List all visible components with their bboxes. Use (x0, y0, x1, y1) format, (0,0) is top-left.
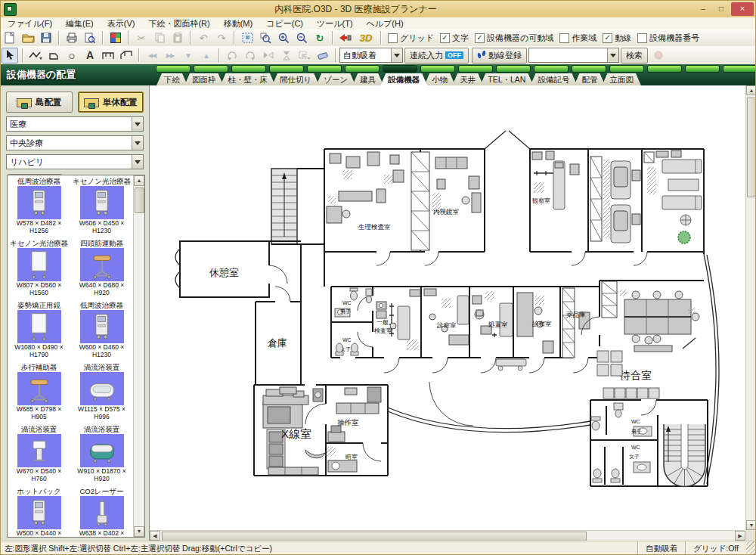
equipment-thumbnail[interactable] (17, 310, 61, 343)
dropdown-arrow-icon[interactable] (132, 136, 143, 150)
undo-icon[interactable]: ↶ (195, 30, 212, 46)
equipment-item[interactable]: ホットパックW500 × D440 × H1100 (8, 487, 70, 538)
shape-tool-icon[interactable] (45, 48, 62, 64)
print-icon[interactable] (64, 30, 80, 46)
tab-pillar-wall-floor[interactable]: 柱・壁・床 (221, 73, 276, 85)
tab-drawing-frame[interactable]: 図面枠 (184, 73, 224, 85)
dropdown-arrow-icon[interactable] (607, 48, 618, 62)
equipment-thumbnail[interactable] (80, 496, 124, 529)
continuous-input-button[interactable]: 連続入力OFF (404, 48, 469, 64)
equipment-item[interactable]: 低周波治療器W578 × D482 × H1256 (8, 177, 70, 239)
flip-horizontal-icon[interactable] (260, 48, 277, 64)
tab-underlay[interactable]: 下絵 (156, 73, 187, 85)
drawing-canvas[interactable]: 生理検査室 内視鏡室 観察室 (150, 85, 745, 530)
menu-move[interactable]: 移動(M) (217, 18, 260, 29)
partition-tool-icon[interactable] (100, 48, 116, 64)
eraser-tool-icon[interactable] (314, 48, 331, 64)
resize-grip[interactable] (746, 541, 756, 555)
checkbox-equipment-number[interactable]: ✓設備機器番号 (637, 33, 699, 44)
rotate-right-icon[interactable] (242, 48, 259, 64)
scrollbar-thumb[interactable] (747, 98, 756, 197)
send-back-icon[interactable]: ▼ (180, 48, 197, 64)
scroll-up-icon[interactable]: ▲ (134, 175, 144, 186)
equipment-item[interactable]: キセノン光治療器W807 × D560 × H1560 (8, 239, 70, 301)
print-preview-icon[interactable] (82, 30, 98, 46)
equipment-item[interactable]: 渦流浴装置W670 × D540 × H760 (8, 425, 70, 487)
zoom-out-icon[interactable] (293, 30, 310, 46)
equipment-thumbnail[interactable] (80, 372, 124, 405)
island-layout-button[interactable]: 島配置 (6, 91, 73, 113)
checkbox-flow-line[interactable]: ✓動線 (603, 33, 631, 44)
checkbox-text[interactable]: ✓文字 (440, 33, 469, 44)
redo-icon[interactable]: ↷ (213, 30, 230, 46)
dropdown-arrow-icon[interactable] (132, 155, 143, 169)
flow-line-register-button[interactable]: 動線登録 (472, 48, 527, 64)
equipment-item[interactable]: 低周波治療器W600 × D460 × H1230 (70, 301, 133, 363)
bring-front-icon[interactable]: ▲ (198, 48, 215, 64)
scroll-down-icon[interactable]: ▼ (134, 526, 144, 537)
minimize-button[interactable]: – (695, 3, 711, 15)
equipment-thumbnail[interactable] (17, 372, 61, 405)
flip-vertical-icon[interactable] (278, 48, 295, 64)
snap-jump-icon[interactable] (337, 30, 354, 46)
checkbox-equipment-range[interactable]: ✓設備機器の可動域 (475, 33, 553, 44)
text-tool-icon[interactable]: A (82, 48, 98, 64)
tab-ceiling[interactable]: 天井 (452, 73, 483, 85)
scrollbar-thumb[interactable] (135, 188, 144, 213)
refresh-icon[interactable]: ↻ (311, 30, 328, 46)
tab-accessories[interactable]: 小物 (424, 73, 455, 85)
equipment-thumbnail[interactable] (80, 248, 124, 281)
zoom-area-icon[interactable] (257, 30, 274, 46)
equipment-thumbnail[interactable] (80, 434, 124, 467)
open-file-icon[interactable] (20, 30, 36, 46)
new-file-icon[interactable] (2, 30, 18, 46)
menu-tools[interactable]: ツール(T) (310, 18, 360, 29)
equipment-thumbnail[interactable] (17, 434, 61, 467)
menu-edit[interactable]: 編集(E) (59, 18, 101, 29)
tab-equipment-symbols[interactable]: 設備記号 (530, 73, 577, 85)
single-layout-button[interactable]: 単体配置 (78, 91, 144, 113)
canvas-vertical-scrollbar[interactable]: ▲ ▼ (745, 85, 756, 530)
category-select-1[interactable]: 医療 (6, 116, 144, 132)
toolbar-search-button[interactable]: 検索 (621, 48, 648, 64)
move-first-icon[interactable]: ◀◀ (144, 48, 160, 64)
select-tool-icon[interactable] (2, 48, 18, 64)
equipment-item[interactable]: 歩行補助器W685 × D798 × H905 (8, 363, 70, 425)
scroll-up-icon[interactable]: ▲ (746, 85, 756, 95)
canvas-horizontal-scrollbar[interactable]: ◀ ▶ (150, 530, 745, 541)
maximize-button[interactable]: □ (713, 3, 730, 15)
fit-view-icon[interactable] (239, 30, 256, 46)
tab-partition[interactable]: 間仕切り (272, 73, 319, 85)
equipment-thumbnail[interactable] (80, 186, 124, 219)
equipment-thumbnail[interactable] (17, 496, 61, 529)
equipment-item[interactable]: CO2レーザーW638 × D402 × H2000 (70, 487, 133, 538)
rotate-left-icon[interactable] (224, 48, 240, 64)
equipment-item[interactable]: 四頭筋運動器W640 × D680 × H920 (70, 239, 133, 301)
snap-mode-select[interactable]: 自動吸着 (339, 48, 403, 63)
checkbox-grid[interactable]: ✓グリッド (388, 33, 434, 44)
menu-copy[interactable]: コピー(C) (259, 18, 310, 29)
group-tool-icon[interactable] (296, 48, 313, 64)
scroll-down-icon[interactable]: ▼ (746, 520, 756, 530)
dropdown-arrow-icon[interactable] (391, 48, 402, 62)
close-button[interactable]: × (731, 2, 754, 16)
equipment-thumbnail[interactable] (17, 186, 61, 219)
equipment-item[interactable]: 渦流浴装置W910 × D1870 × H920 (70, 425, 133, 487)
polyline-tool-icon[interactable] (27, 48, 44, 64)
menu-file[interactable]: ファイル(F) (1, 18, 59, 29)
paste-icon[interactable] (169, 30, 186, 46)
scroll-left-icon[interactable]: ◀ (150, 531, 160, 541)
category-select-2[interactable]: 中央診療 (6, 135, 144, 150)
counter-tool-icon[interactable] (118, 48, 135, 64)
equipment-thumbnail[interactable] (80, 310, 124, 343)
menu-underlay[interactable]: 下絵・図面枠(R) (141, 18, 216, 29)
cut-icon[interactable]: ✂ (133, 30, 150, 46)
equipment-item[interactable]: キセノン光治療器W606 × D450 × H1230 (70, 177, 133, 239)
color-palette-icon[interactable] (107, 30, 124, 46)
menu-view[interactable]: 表示(V) (101, 18, 142, 29)
save-icon[interactable] (38, 30, 54, 46)
copy-icon[interactable] (151, 30, 168, 46)
menu-help[interactable]: ヘルプ(H) (360, 18, 411, 29)
view-3d-icon[interactable]: 3D (355, 30, 376, 46)
checkbox-work-area[interactable]: ✓作業域 (559, 33, 596, 44)
